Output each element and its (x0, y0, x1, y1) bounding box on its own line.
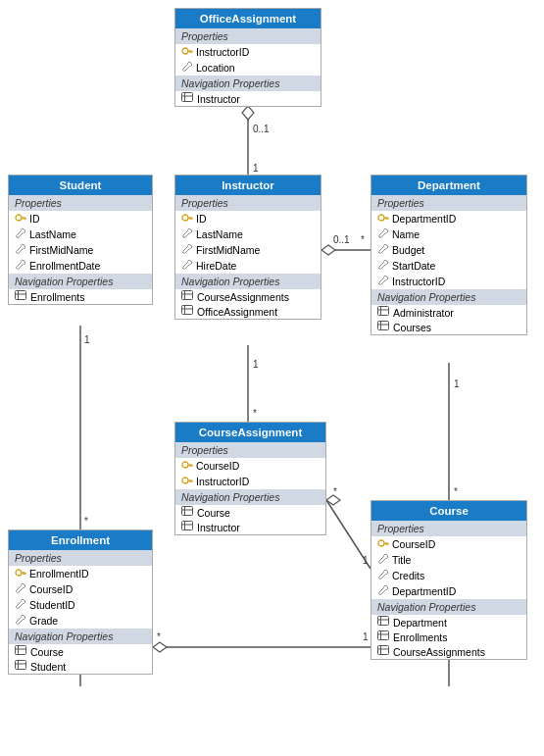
entity-department: DepartmentProperties DepartmentID Name B… (371, 175, 527, 335)
icon-nav-enrollment-1-0 (15, 645, 27, 658)
field-instructor-1-0: CourseAssignments (197, 291, 289, 303)
section-header-student-0: Properties (9, 195, 152, 211)
svg-text:*: * (361, 234, 365, 245)
row-department-0-2: Budget (371, 242, 526, 258)
row-department-1-0: Administrator (371, 305, 526, 320)
icon-nav-officeAssignment-1-0 (181, 92, 194, 105)
diagram-container: 0..1 1 1 * 0..1 * 1 * 1 * * 1 * 1 (0, 0, 544, 756)
svg-text:1: 1 (454, 378, 460, 389)
svg-text:0..1: 0..1 (333, 234, 350, 245)
svg-point-85 (378, 540, 384, 546)
field-instructor-1-1: OfficeAssignment (197, 306, 277, 318)
field-student-1-0: Enrollments (30, 291, 84, 303)
svg-text:1: 1 (253, 163, 259, 174)
field-officeAssignment-0-1: Location (196, 62, 235, 74)
row-course-0-0: CourseID (371, 536, 526, 552)
field-student-0-2: FirstMidName (29, 244, 93, 256)
svg-rect-82 (16, 661, 26, 670)
row-instructor-0-0: ID (175, 211, 321, 227)
field-enrollment-1-0: Course (30, 646, 64, 658)
svg-point-34 (16, 215, 22, 221)
field-course-1-1: Enrollments (393, 631, 447, 643)
icon-wrench-department-0-1 (377, 227, 389, 241)
field-department-0-1: Name (392, 228, 420, 240)
row-enrollment-0-1: CourseID (9, 581, 152, 597)
svg-point-51 (378, 215, 384, 221)
field-course-0-1: Title (392, 554, 411, 566)
field-department-0-0: DepartmentID (392, 213, 456, 225)
row-department-1-1: Courses (371, 320, 526, 334)
entity-header-officeAssignment: OfficeAssignment (175, 9, 321, 28)
icon-nav-course-1-1 (377, 630, 390, 643)
icon-key-student-0-0 (15, 212, 26, 226)
field-course-0-3: DepartmentID (392, 585, 456, 597)
icon-wrench-student-0-2 (15, 243, 26, 257)
row-enrollment-0-2: StudentID (9, 597, 152, 613)
row-courseAssignment-1-0: Course (175, 505, 325, 520)
svg-rect-69 (182, 507, 193, 516)
icon-wrench-instructor-0-3 (181, 259, 193, 273)
svg-line-17 (326, 500, 371, 569)
svg-text:*: * (157, 631, 161, 642)
field-enrollment-0-3: Grade (29, 615, 58, 627)
row-officeAssignment-1-0: Instructor (175, 91, 321, 106)
row-officeAssignment-0-1: Location (175, 60, 321, 76)
icon-wrench-instructor-0-1 (181, 227, 193, 241)
section-header-enrollment-0: Properties (9, 550, 152, 566)
icon-nav-instructor-1-0 (181, 290, 194, 303)
section-header-student-1: Navigation Properties (9, 274, 152, 289)
icon-wrench-course-0-3 (377, 584, 389, 598)
row-student-0-1: LastName (9, 227, 152, 242)
entity-officeAssignment: OfficeAssignmentProperties InstructorID … (174, 8, 321, 107)
svg-rect-89 (378, 617, 389, 626)
entity-enrollment: EnrollmentProperties EnrollmentID Course… (8, 529, 153, 675)
icon-nav-department-1-1 (377, 321, 390, 333)
row-enrollment-1-1: Student (9, 659, 152, 674)
field-course-1-2: CourseAssignments (393, 646, 485, 658)
row-instructor-0-2: FirstMidName (175, 242, 321, 258)
field-courseAssignment-0-0: CourseID (196, 460, 239, 472)
section-header-enrollment-1: Navigation Properties (9, 629, 152, 644)
field-instructor-0-0: ID (196, 213, 207, 225)
icon-wrench-student-0-3 (15, 259, 26, 273)
svg-marker-8 (321, 245, 335, 255)
field-officeAssignment-1-0: Instructor (197, 93, 240, 105)
icon-nav-course-1-2 (377, 645, 390, 658)
field-enrollment-1-1: Student (30, 661, 66, 673)
field-department-0-3: StartDate (392, 260, 435, 272)
row-instructor-0-3: HireDate (175, 258, 321, 274)
field-enrollment-0-2: StudentID (29, 599, 75, 611)
svg-point-27 (182, 48, 188, 54)
icon-key-officeAssignment-0-0 (181, 45, 193, 59)
icon-key-department-0-0 (377, 212, 389, 226)
entity-student: StudentProperties ID LastName FirstMidNa… (8, 175, 153, 305)
field-courseAssignment-1-0: Course (197, 507, 230, 519)
section-header-officeAssignment-0: Properties (175, 28, 321, 44)
icon-wrench-officeAssignment-0-1 (181, 61, 193, 75)
icon-key-instructor-0-0 (181, 212, 193, 226)
svg-text:*: * (333, 486, 337, 497)
entity-header-course: Course (371, 501, 526, 521)
icon-key-courseAssignment-0-0 (181, 459, 193, 473)
icon-wrench-instructor-0-2 (181, 243, 193, 257)
svg-point-65 (182, 478, 188, 483)
field-student-0-1: LastName (29, 228, 76, 240)
icon-wrench-enrollment-0-3 (15, 614, 26, 628)
row-course-0-3: DepartmentID (371, 583, 526, 599)
field-department-1-0: Administrator (393, 307, 454, 319)
svg-point-61 (182, 462, 188, 468)
svg-point-75 (16, 570, 22, 576)
section-header-course-1: Navigation Properties (371, 599, 526, 615)
svg-text:1: 1 (253, 359, 259, 370)
entity-header-department: Department (371, 176, 526, 195)
svg-text:1: 1 (363, 631, 369, 642)
section-header-officeAssignment-1: Navigation Properties (175, 76, 321, 91)
svg-text:0..1: 0..1 (253, 124, 270, 134)
icon-key-enrollment-0-0 (15, 567, 26, 580)
icon-wrench-enrollment-0-1 (15, 582, 26, 596)
icon-wrench-department-0-2 (377, 243, 389, 257)
row-department-0-3: StartDate (371, 258, 526, 274)
row-course-0-1: Title (371, 552, 526, 568)
row-instructor-0-1: LastName (175, 227, 321, 242)
svg-text:*: * (454, 486, 458, 497)
